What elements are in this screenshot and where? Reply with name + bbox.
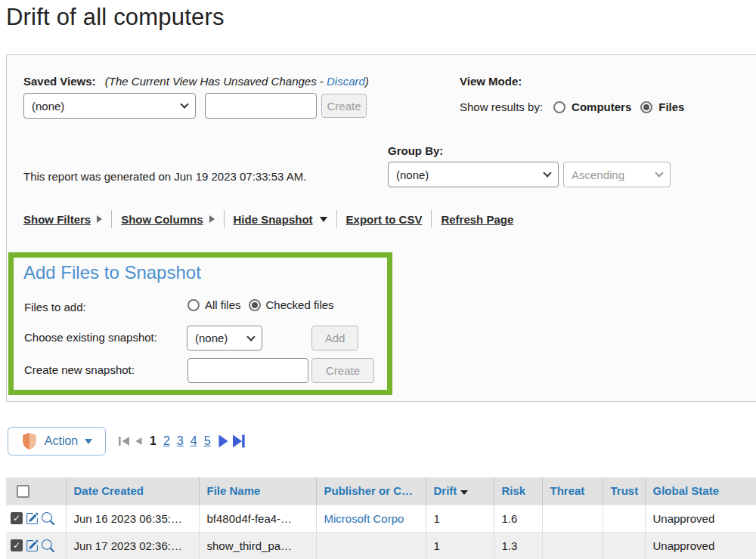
sort-order-select-value: Ascending xyxy=(572,168,624,181)
column-header-trust[interactable]: Trust xyxy=(603,477,645,505)
table-row: ✓ Jun 16 2023 06:35:… bf480d4f-fea4-… Mi… xyxy=(6,505,756,532)
chevron-down-icon xyxy=(85,439,92,444)
divider xyxy=(336,210,337,228)
hide-snapshot-link[interactable]: Hide Snapshot xyxy=(234,213,327,226)
next-page-icon[interactable] xyxy=(218,434,229,449)
row-checkbox[interactable]: ✓ xyxy=(11,512,23,524)
column-header-date-created[interactable]: Date Created xyxy=(66,477,199,505)
cell-risk: 1.3 xyxy=(494,532,542,559)
pagination-current-page: 1 xyxy=(150,434,156,448)
search-icon[interactable] xyxy=(42,512,54,525)
show-filters-link[interactable]: Show Filters xyxy=(23,213,102,226)
new-snapshot-name-field-wrap xyxy=(187,358,308,383)
saved-views-header: Saved Views: (The Current View Has Unsav… xyxy=(23,75,369,88)
cell-drift: 1 xyxy=(426,505,494,532)
radio-checked-files[interactable] xyxy=(249,299,261,311)
files-to-add-label: Files to add: xyxy=(24,301,86,313)
existing-snapshot-select[interactable]: (none) xyxy=(187,326,262,351)
report-links-row: Show Filters Show Columns Hide Snapshot … xyxy=(23,210,513,228)
cell-threat xyxy=(542,505,603,532)
select-all-cell xyxy=(6,477,66,505)
report-controls-panel: Saved Views: (The Current View Has Unsav… xyxy=(6,54,756,402)
chevron-down-icon xyxy=(246,332,255,341)
saved-views-select[interactable]: (none) xyxy=(23,93,196,119)
cell-trust xyxy=(603,505,645,532)
edit-icon[interactable] xyxy=(26,512,39,525)
show-filters-label: Show Filters xyxy=(23,213,91,226)
column-header-global-state[interactable]: Global State xyxy=(645,477,756,505)
cell-drift: 1 xyxy=(426,532,494,559)
column-header-threat[interactable]: Threat xyxy=(542,477,603,505)
cell-trust xyxy=(603,532,645,559)
choose-snapshot-label: Choose existing snapshot: xyxy=(24,331,157,344)
last-page-icon[interactable] xyxy=(232,434,246,449)
cell-publisher: Microsoft Corpo xyxy=(316,505,426,532)
row-checkbox[interactable]: ✓ xyxy=(11,539,23,551)
radio-checked-files-label[interactable]: Checked files xyxy=(266,298,334,311)
pagination: 1 2 3 4 5 xyxy=(118,427,246,456)
discard-link[interactable]: Discard xyxy=(327,75,365,88)
action-button-label: Action xyxy=(45,434,78,448)
triangle-right-icon xyxy=(97,215,102,223)
new-snapshot-name-input[interactable] xyxy=(196,359,300,382)
hide-snapshot-label: Hide Snapshot xyxy=(234,213,313,226)
radio-computers[interactable] xyxy=(553,101,565,113)
unsaved-changes-note: (The Current View Has Unsaved Changes - … xyxy=(105,75,369,88)
search-icon[interactable] xyxy=(42,539,54,552)
pagination-page-2[interactable]: 2 xyxy=(163,434,170,448)
group-by-select-value: (none) xyxy=(396,168,429,181)
show-results-by-label: Show results by: xyxy=(460,100,543,113)
chevron-down-icon xyxy=(543,168,551,177)
results-table: Date Created File Name Publisher or C… D… xyxy=(6,477,756,559)
action-button[interactable]: Action xyxy=(8,427,106,456)
cell-file-name: bf480d4f-fea4-… xyxy=(199,505,316,532)
radio-files[interactable] xyxy=(640,101,652,113)
divider xyxy=(111,210,112,228)
chevron-down-icon xyxy=(180,100,188,108)
previous-page-icon[interactable] xyxy=(135,437,143,446)
radio-all-files[interactable] xyxy=(187,299,200,311)
cell-global-state: Unapproved xyxy=(645,505,756,532)
cell-file-name: show_third_pa… xyxy=(199,532,316,559)
cell-date-created: Jun 17 2023 02:36:… xyxy=(66,532,199,559)
column-header-risk[interactable]: Risk xyxy=(494,477,542,505)
create-snapshot-button[interactable]: Create xyxy=(311,358,374,383)
unsaved-note-prefix: (The Current View Has Unsaved Changes - xyxy=(105,75,327,88)
refresh-page-link[interactable]: Refresh Page xyxy=(441,213,513,226)
column-header-file-name[interactable]: File Name xyxy=(199,477,316,505)
add-files-to-snapshot-box: Add Files to Snapshot Files to add: All … xyxy=(8,252,392,395)
show-columns-link[interactable]: Show Columns xyxy=(121,213,214,226)
radio-computers-label[interactable]: Computers xyxy=(572,100,631,113)
table-header-row: Date Created File Name Publisher or C… D… xyxy=(6,477,756,505)
cell-publisher xyxy=(316,532,426,559)
export-to-csv-link[interactable]: Export to CSV xyxy=(346,213,423,226)
row-actions-cell: ✓ xyxy=(6,532,66,559)
saved-views-select-value: (none) xyxy=(32,100,64,113)
group-by-select[interactable]: (none) xyxy=(388,162,559,187)
edit-icon[interactable] xyxy=(26,539,39,552)
create-view-button[interactable]: Create xyxy=(321,94,367,118)
column-header-publisher[interactable]: Publisher or C… xyxy=(316,477,426,505)
shield-icon xyxy=(21,432,38,450)
radio-all-files-label[interactable]: All files xyxy=(205,298,241,311)
files-to-add-options: All files Checked files xyxy=(187,298,334,311)
column-header-drift[interactable]: Drift xyxy=(426,477,494,505)
add-to-snapshot-button[interactable]: Add xyxy=(311,326,358,351)
new-view-name-field-wrap xyxy=(205,93,317,119)
cell-global-state: Unapproved xyxy=(645,532,756,559)
show-columns-label: Show Columns xyxy=(121,213,203,226)
pagination-page-3[interactable]: 3 xyxy=(177,434,184,448)
pagination-page-4[interactable]: 4 xyxy=(191,434,197,448)
new-view-name-input[interactable] xyxy=(213,94,308,118)
cell-threat xyxy=(542,532,603,559)
radio-files-label[interactable]: Files xyxy=(658,100,684,113)
divider xyxy=(431,210,432,228)
pagination-page-5[interactable]: 5 xyxy=(204,434,211,448)
select-all-checkbox[interactable] xyxy=(17,485,29,498)
existing-snapshot-select-value: (none) xyxy=(195,332,228,344)
publisher-link[interactable]: Microsoft Corpo xyxy=(324,512,404,525)
create-snapshot-label: Create new snapshot: xyxy=(24,363,135,376)
group-by-label: Group By: xyxy=(388,144,443,157)
first-page-icon[interactable] xyxy=(118,436,131,446)
sort-order-select[interactable]: Ascending xyxy=(563,162,671,187)
